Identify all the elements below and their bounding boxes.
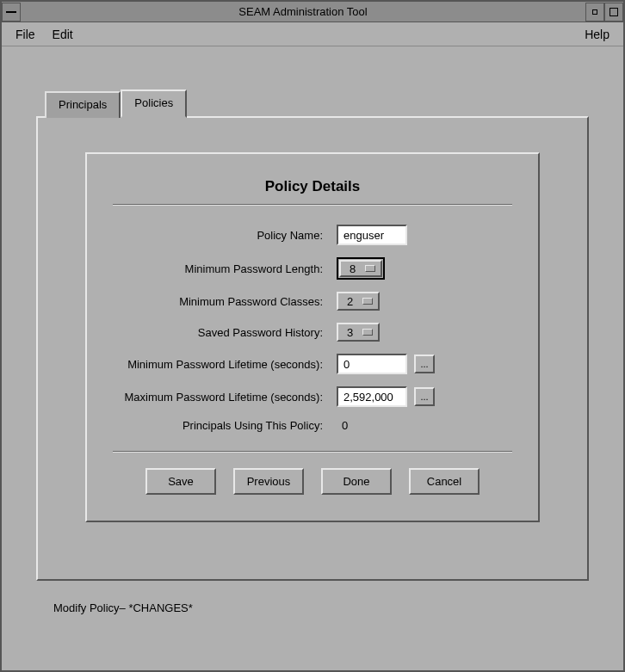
window-menu-button[interactable] (2, 3, 21, 22)
saved-pwd-history-dropdown[interactable]: 3 (337, 323, 380, 342)
label-min-pwd-classes: Minimum Password Classes: (113, 295, 337, 308)
menu-file[interactable]: File (7, 24, 44, 45)
title-bar: SEAM Administration Tool (2, 2, 623, 22)
policy-details-panel: Policy Details Policy Name: Minimum Pass… (85, 152, 540, 522)
tab-area: Principals Policies Policy Details Polic… (36, 89, 589, 581)
tab-policies[interactable]: Policies (121, 89, 187, 118)
label-min-pwd-lifetime: Minimum Password Lifetime (seconds): (113, 358, 337, 371)
status-text: Modify Policy– *CHANGES* (53, 601, 589, 614)
app-window: SEAM Administration Tool File Edit Help … (0, 0, 625, 672)
label-saved-pwd-history: Saved Password History: (113, 326, 337, 339)
max-lifetime-browse-button[interactable]: ... (414, 387, 435, 406)
dropdown-knob-icon (362, 329, 373, 336)
tab-panel-policies: Policy Details Policy Name: Minimum Pass… (36, 116, 589, 581)
window-title: SEAM Administration Tool (21, 5, 585, 18)
previous-button[interactable]: Previous (233, 468, 304, 495)
min-pwd-lifetime-field[interactable] (337, 354, 407, 374)
row-max-pwd-lifetime: Maximum Password Lifetime (seconds): ... (113, 386, 512, 407)
row-min-pwd-length: Minimum Password Length: 8 (113, 257, 512, 280)
label-min-pwd-length: Minimum Password Length: (113, 262, 337, 275)
tab-principals[interactable]: Principals (45, 91, 121, 118)
row-min-pwd-lifetime: Minimum Password Lifetime (seconds): ... (113, 354, 512, 374)
content-area: Principals Policies Policy Details Polic… (2, 46, 623, 670)
divider-top (113, 204, 512, 206)
min-pwd-length-dropdown[interactable]: 8 (337, 257, 385, 280)
label-max-pwd-lifetime: Maximum Password Lifetime (seconds): (113, 391, 337, 404)
dropdown-knob-icon (365, 265, 375, 272)
window-menu-icon (6, 11, 16, 13)
menu-edit[interactable]: Edit (44, 24, 82, 45)
row-min-pwd-classes: Minimum Password Classes: 2 (113, 292, 512, 311)
label-principals-using: Principals Using This Policy: (113, 419, 337, 432)
policy-name-field[interactable] (337, 225, 407, 245)
minimize-icon (592, 9, 597, 15)
tab-strip: Principals Policies (45, 89, 589, 116)
principals-using-value: 0 (337, 419, 348, 432)
saved-pwd-history-value: 3 (347, 326, 358, 339)
maximize-icon (610, 8, 618, 16)
dropdown-knob-icon (362, 298, 373, 305)
cancel-button[interactable]: Cancel (409, 468, 480, 495)
label-policy-name: Policy Name: (113, 229, 337, 242)
maximize-button[interactable] (604, 3, 623, 22)
minimize-button[interactable] (585, 3, 604, 22)
divider-bottom (113, 451, 512, 453)
menu-help[interactable]: Help (576, 24, 618, 45)
max-pwd-lifetime-field[interactable] (337, 386, 407, 407)
min-lifetime-browse-button[interactable]: ... (414, 354, 435, 373)
save-button[interactable]: Save (145, 468, 216, 495)
row-saved-pwd-history: Saved Password History: 3 (113, 323, 512, 342)
panel-title: Policy Details (113, 178, 512, 195)
row-policy-name: Policy Name: (113, 225, 512, 245)
button-row: Save Previous Done Cancel (113, 468, 512, 495)
done-button[interactable]: Done (321, 468, 392, 495)
menu-bar: File Edit Help (2, 22, 623, 46)
min-pwd-classes-value: 2 (347, 295, 358, 308)
row-principals-using: Principals Using This Policy: 0 (113, 419, 512, 432)
min-pwd-classes-dropdown[interactable]: 2 (337, 292, 380, 311)
min-pwd-length-value: 8 (350, 262, 361, 275)
